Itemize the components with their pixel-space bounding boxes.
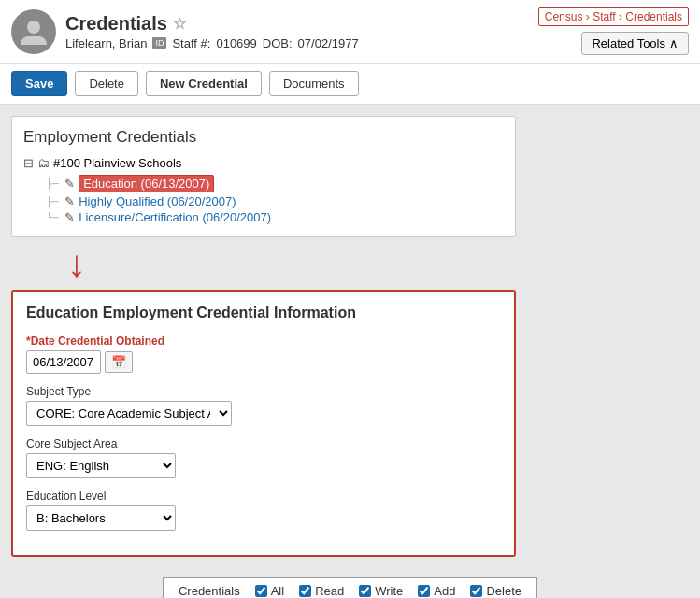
tree-link-licensure[interactable]: Licensure/Certification (06/20/2007) xyxy=(79,210,271,224)
calendar-button[interactable]: 📅 xyxy=(105,351,133,373)
documents-button[interactable]: Documents xyxy=(269,71,359,96)
toolbar: Save Delete New Credential Documents xyxy=(0,64,700,105)
header-right: Census Staff Credentials Related Tools ∧ xyxy=(538,7,689,55)
tree-item-highly-qualified[interactable]: ├─ ✎ Highly Qualified (06/20/2007) xyxy=(23,193,504,209)
related-tools-label: Related Tools xyxy=(592,36,665,50)
breadcrumb: Census Staff Credentials xyxy=(538,7,689,26)
tree-connector-2: ├─ xyxy=(46,196,59,206)
check-add[interactable]: Add xyxy=(418,584,455,598)
check-write-label: Write xyxy=(375,584,403,598)
tree-item-licensure[interactable]: └─ ✎ Licensure/Certification (06/20/2007… xyxy=(23,209,504,225)
footer-permissions: Credentials All Read Write Add Delete xyxy=(163,577,537,598)
core-subject-field: Core Subject Area ENG: English xyxy=(26,437,501,478)
save-button[interactable]: Save xyxy=(11,71,67,96)
chevron-up-icon: ∧ xyxy=(669,36,679,50)
education-level-field: Education Level B: Bachelors xyxy=(26,490,501,531)
subject-type-field: Subject Type CORE: Core Academic Subject… xyxy=(26,385,501,426)
dob-label: DOB: xyxy=(263,36,293,50)
checkbox-add[interactable] xyxy=(418,585,430,597)
left-panel: Employment Credentials ⊟ 🗂 #100 Plainvie… xyxy=(11,116,516,557)
checkbox-read[interactable] xyxy=(299,585,311,597)
tree-connector-3: └─ xyxy=(46,212,59,222)
breadcrumb-credentials[interactable]: Credentials xyxy=(619,10,682,23)
check-all-label: All xyxy=(271,584,284,598)
tree-link-highly-qualified[interactable]: Highly Qualified (06/20/2007) xyxy=(79,194,236,208)
check-delete[interactable]: Delete xyxy=(470,584,521,598)
breadcrumb-staff[interactable]: Staff xyxy=(586,10,616,23)
star-icon[interactable]: ☆ xyxy=(173,15,186,33)
check-read[interactable]: Read xyxy=(299,584,344,598)
arrow-container: ↓ xyxy=(11,245,516,282)
checkbox-write[interactable] xyxy=(359,585,371,597)
check-delete-label: Delete xyxy=(486,584,521,598)
new-credential-button[interactable]: New Credential xyxy=(146,71,262,96)
header-left: Credentials ☆ Lifelearn, Brian ID Staff … xyxy=(11,9,359,54)
checkbox-delete[interactable] xyxy=(470,585,482,597)
person-name: Lifelearn, Brian xyxy=(65,36,147,50)
tree-pencil-icon-1: ✎ xyxy=(64,177,75,191)
staff-number: 010699 xyxy=(216,36,256,50)
check-write[interactable]: Write xyxy=(359,584,403,598)
tree-folder-icon: 🗂 xyxy=(37,156,50,170)
tree-item-education[interactable]: ├─ ✎ Education (06/13/2007) xyxy=(23,174,504,193)
main-content: Employment Credentials ⊟ 🗂 #100 Plainvie… xyxy=(0,105,700,568)
page-title: Credentials xyxy=(65,13,167,35)
date-row: 📅 xyxy=(26,350,501,374)
core-subject-select[interactable]: ENG: English xyxy=(26,453,176,478)
subject-type-label: Subject Type xyxy=(26,385,501,398)
footer-wrapper: Credentials All Read Write Add Delete xyxy=(0,568,700,598)
education-level-label: Education Level xyxy=(26,490,501,503)
tree-root: ⊟ 🗂 #100 Plainview Schools xyxy=(23,156,504,170)
date-label: *Date Credential Obtained xyxy=(26,335,501,348)
page-title-row: Credentials ☆ xyxy=(65,13,359,35)
checkbox-all[interactable] xyxy=(255,585,267,597)
date-field: *Date Credential Obtained 📅 xyxy=(26,335,501,374)
credential-form: Education Employment Credential Informat… xyxy=(11,290,516,557)
date-input[interactable] xyxy=(26,350,101,374)
tree-link-education[interactable]: Education (06/13/2007) xyxy=(79,175,214,192)
dob-value: 07/02/1977 xyxy=(298,36,359,50)
subject-type-select[interactable]: CORE: Core Academic Subject Area xyxy=(26,401,232,426)
tree-pencil-icon-3: ✎ xyxy=(64,210,75,224)
footer-section-label: Credentials xyxy=(179,584,240,598)
staff-info-row: Lifelearn, Brian ID Staff #: 010699 DOB:… xyxy=(65,36,359,50)
tree-root-label: #100 Plainview Schools xyxy=(53,156,181,170)
page-header: Credentials ☆ Lifelearn, Brian ID Staff … xyxy=(0,0,700,64)
delete-button[interactable]: Delete xyxy=(75,71,138,96)
check-all[interactable]: All xyxy=(255,584,284,598)
tree-expand-icon[interactable]: ⊟ xyxy=(23,156,34,170)
credentials-tree: Employment Credentials ⊟ 🗂 #100 Plainvie… xyxy=(11,116,516,237)
tree-pencil-icon-2: ✎ xyxy=(64,194,75,208)
staff-label: Staff #: xyxy=(172,36,210,50)
credentials-tree-title: Employment Credentials xyxy=(23,128,504,147)
check-add-label: Add xyxy=(434,584,455,598)
tree-connector-1: ├─ xyxy=(46,178,59,189)
related-tools-button[interactable]: Related Tools ∧ xyxy=(581,32,689,55)
form-title: Education Employment Credential Informat… xyxy=(26,305,501,321)
id-icon: ID xyxy=(152,37,166,49)
check-read-label: Read xyxy=(315,584,344,598)
svg-point-0 xyxy=(27,21,40,34)
breadcrumb-census[interactable]: Census xyxy=(545,10,583,23)
avatar xyxy=(11,9,56,54)
header-info: Credentials ☆ Lifelearn, Brian ID Staff … xyxy=(65,13,359,50)
core-subject-label: Core Subject Area xyxy=(26,437,501,450)
down-arrow-icon: ↓ xyxy=(67,245,86,282)
education-level-select[interactable]: B: Bachelors xyxy=(26,505,176,531)
right-panel xyxy=(516,116,689,557)
